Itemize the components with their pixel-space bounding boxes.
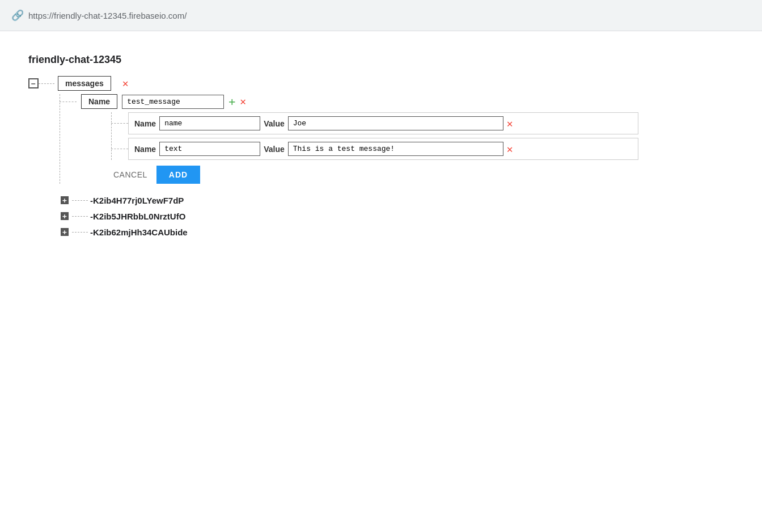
collapse-messages-button[interactable]: − bbox=[28, 78, 39, 88]
delete-text-button[interactable]: ✕ bbox=[507, 144, 513, 154]
delete-test-message-button[interactable]: ✕ bbox=[240, 96, 246, 107]
link-icon: 🔗 bbox=[11, 9, 24, 22]
value-field-2[interactable] bbox=[288, 142, 503, 156]
add-child-button[interactable]: + bbox=[228, 96, 235, 107]
expand-node-2-button[interactable]: + bbox=[60, 211, 70, 221]
messages-row: − messages ✕ bbox=[28, 76, 734, 91]
browser-bar: 🔗 https://friendly-chat-12345.firebaseio… bbox=[0, 0, 762, 31]
value-label-1: Value bbox=[264, 119, 285, 128]
name-field-1[interactable] bbox=[159, 116, 260, 130]
delete-messages-button[interactable]: ✕ bbox=[122, 78, 129, 88]
collapsed-node-3: + -K2ib62mjHh34CAUbide bbox=[60, 227, 734, 237]
name-field-2[interactable] bbox=[159, 142, 260, 156]
messages-key-box: messages bbox=[58, 76, 111, 91]
tree-container: − messages ✕ Name + ✕ bbox=[28, 76, 734, 237]
db-title: friendly-chat-12345 bbox=[28, 54, 734, 66]
name-label: Name bbox=[81, 94, 117, 109]
test-message-input[interactable] bbox=[122, 95, 224, 109]
main-content: friendly-chat-12345 − messages ✕ Name bbox=[0, 31, 762, 532]
action-row: CANCEL ADD bbox=[111, 166, 734, 184]
value-field-1[interactable] bbox=[288, 116, 503, 130]
delete-name-button[interactable]: ✕ bbox=[507, 119, 513, 129]
value-label-2: Value bbox=[264, 145, 285, 154]
node-2-key: -K2ib5JHRbbL0NrztUfO bbox=[90, 212, 185, 221]
name-label-1: Name bbox=[134, 119, 156, 128]
expand-node-1-button[interactable]: + bbox=[60, 195, 70, 205]
collapsed-node-1: + -K2ib4H77rj0LYewF7dP bbox=[60, 195, 734, 205]
add-button[interactable]: ADD bbox=[156, 166, 200, 184]
name-label-2: Name bbox=[134, 145, 156, 154]
url-text: https://friendly-chat-12345.firebaseio.c… bbox=[28, 11, 187, 20]
collapsed-node-2: + -K2ib5JHRbbL0NrztUfO bbox=[60, 211, 734, 221]
node-1-key: -K2ib4H77rj0LYewF7dP bbox=[90, 196, 184, 205]
url-bar: 🔗 https://friendly-chat-12345.firebaseio… bbox=[11, 9, 187, 22]
expand-node-3-button[interactable]: + bbox=[60, 227, 70, 237]
cancel-button[interactable]: CANCEL bbox=[111, 166, 150, 184]
node-3-key: -K2ib62mjHh34CAUbide bbox=[90, 227, 188, 237]
